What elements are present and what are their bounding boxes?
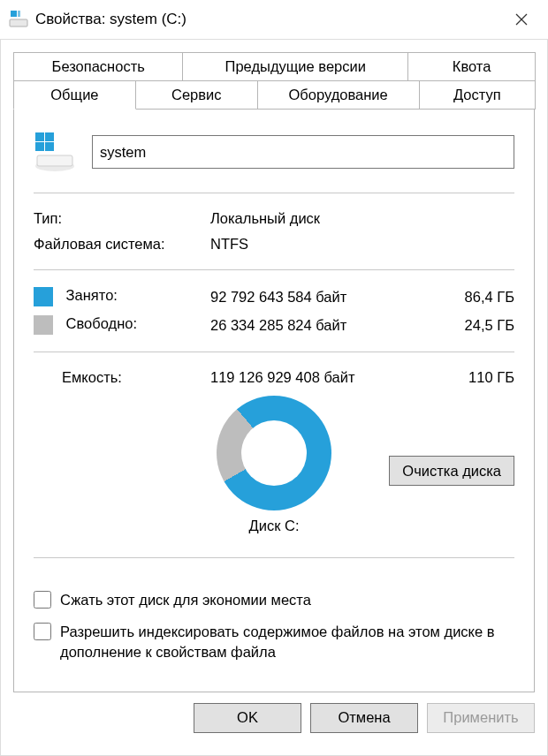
compress-checkbox[interactable]	[34, 591, 51, 609]
dialog-buttons: OK Отмена Применить	[13, 692, 535, 733]
tab-general[interactable]: Общие	[13, 80, 136, 110]
free-gb: 24,5 ГБ	[417, 311, 514, 339]
capacity-bytes: 119 126 929 408 байт	[210, 365, 417, 390]
client-area: Безопасность Предыдущие версии Квота Общ…	[0, 39, 548, 756]
tab-tools[interactable]: Сервис	[135, 80, 258, 110]
tabstrip: Безопасность Предыдущие версии Квота Общ…	[13, 52, 535, 692]
free-swatch-icon	[34, 315, 53, 335]
type-value: Локальный диск	[210, 206, 417, 231]
disk-caption: Диск C:	[249, 518, 300, 534]
svg-rect-5	[35, 132, 44, 141]
free-bytes: 26 334 285 824 байт	[210, 311, 417, 339]
svg-rect-1	[11, 11, 17, 17]
svg-rect-7	[35, 142, 44, 151]
drive-icon	[34, 131, 76, 173]
apply-button[interactable]: Применить	[427, 703, 535, 733]
fs-value: NTFS	[210, 231, 417, 257]
capacity-gb: 110 ГБ	[417, 365, 514, 390]
index-label[interactable]: Разрешить индексировать содержимое файло…	[60, 622, 514, 662]
svg-rect-8	[45, 142, 54, 151]
close-icon[interactable]	[504, 2, 539, 37]
cancel-button[interactable]: Отмена	[310, 703, 418, 733]
tab-hardware[interactable]: Оборудование	[257, 80, 420, 110]
tab-previous-versions[interactable]: Предыдущие версии	[182, 52, 408, 81]
type-table: Тип: Локальный диск Файловая система: NT…	[34, 206, 514, 257]
window-title: Свойства: system (C:)	[35, 11, 504, 28]
tab-sharing[interactable]: Доступ	[419, 80, 536, 110]
svg-rect-2	[18, 11, 20, 17]
svg-rect-6	[45, 132, 54, 141]
capacity-label: Емкость:	[34, 365, 210, 390]
capacity-table: Емкость: 119 126 929 408 байт 110 ГБ	[34, 365, 514, 390]
used-gb: 86,4 ГБ	[417, 283, 514, 311]
tab-quota[interactable]: Квота	[407, 52, 536, 81]
free-label: Свободно:	[66, 315, 137, 331]
tab-security[interactable]: Безопасность	[13, 52, 183, 81]
drive-titlebar-icon	[9, 10, 28, 29]
index-checkbox[interactable]	[34, 623, 51, 640]
disk-cleanup-button[interactable]: Очистка диска	[389, 456, 514, 486]
fs-label: Файловая система:	[34, 231, 210, 257]
space-table: Занято: 92 792 643 584 байт 86,4 ГБ Своб…	[34, 283, 514, 339]
used-swatch-icon	[34, 287, 53, 306]
compress-label[interactable]: Сжать этот диск для экономии места	[60, 590, 514, 609]
ok-button[interactable]: OK	[194, 703, 301, 733]
type-label: Тип:	[34, 206, 210, 231]
volume-name-input[interactable]	[92, 135, 514, 169]
used-bytes: 92 792 643 584 байт	[210, 283, 417, 311]
used-label: Занято:	[66, 287, 118, 303]
titlebar: Свойства: system (C:)	[0, 0, 548, 39]
svg-rect-0	[10, 19, 27, 26]
general-panel: Тип: Локальный диск Файловая система: NT…	[13, 109, 535, 692]
svg-rect-4	[37, 155, 72, 166]
